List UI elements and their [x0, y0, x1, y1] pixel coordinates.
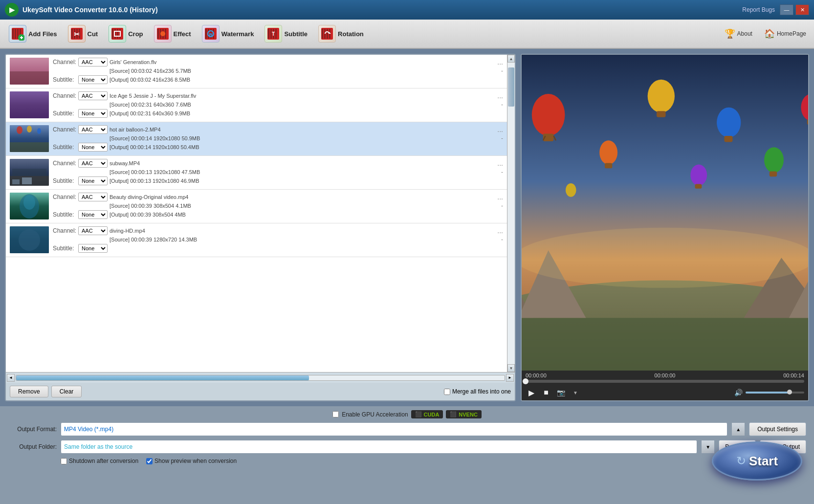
svg-rect-46: [10, 58, 49, 71]
report-bugs-link[interactable]: Report Bugs: [742, 6, 775, 13]
shutdown-option: Shutdown after conversion: [61, 458, 138, 464]
about-btn[interactable]: 🏆 About: [721, 26, 756, 41]
gpu-checkbox[interactable]: [332, 411, 339, 417]
vertical-scrollbar[interactable]: ▲ ▼: [507, 55, 515, 372]
about-icon: 🏆: [725, 28, 735, 39]
channel-select[interactable]: AAC: [78, 193, 108, 201]
output-settings-btn[interactable]: Output Settings: [749, 422, 806, 436]
rotation-label: Rotation: [338, 30, 364, 38]
file-more-btn[interactable]: ...: [497, 193, 503, 201]
source-info-row: [Source] 00:00:39 308x504 4.1MB -: [53, 202, 503, 209]
shutdown-checkbox[interactable]: [61, 458, 67, 464]
preview-video-frame: [522, 55, 808, 371]
file-name: hot air balloon-2.MP4: [110, 127, 161, 132]
clear-btn[interactable]: Clear: [51, 386, 82, 397]
volume-slider[interactable]: [746, 392, 804, 394]
subtitle-row: Subtitle: None [Output] 00:03:02 416x236…: [53, 75, 503, 84]
subtitle-row: Subtitle: None [Output] 00:00:39 308x504…: [53, 210, 503, 219]
file-more-btn[interactable]: ...: [497, 159, 503, 167]
scroll-down-btn[interactable]: ▼: [507, 364, 515, 372]
svg-rect-89: [695, 184, 702, 189]
play-btn[interactable]: ▶: [526, 387, 537, 398]
file-panel: Channel: AAC Girls' Generation.flv ... […: [5, 54, 516, 401]
homepage-btn[interactable]: 🏠 HomePage: [760, 26, 810, 41]
scroll-up-btn[interactable]: ▲: [507, 55, 515, 63]
subtitle-btn[interactable]: T Subtitle: [260, 22, 312, 46]
file-item[interactable]: Channel: AAC Girls' Generation.flv ... […: [6, 55, 507, 88]
output-info: [Output] 00:02:31 640x360 9.9MB: [110, 110, 190, 116]
file-more-btn[interactable]: ...: [497, 227, 503, 235]
subtitle-select[interactable]: None: [78, 75, 108, 84]
file-item[interactable]: Channel: AAC hot air balloon-2.MP4 ... […: [6, 122, 507, 156]
file-info: Channel: AAC diving-HD.mp4 ... [Source] …: [53, 226, 503, 254]
channel-label: Channel:: [53, 92, 76, 99]
file-name: Ice Age 5 Jessie J - My Superstar.flv: [110, 93, 196, 99]
subtitle-row: Subtitle: None: [53, 244, 503, 253]
app-title: UkeySoft Video Converter 10.6.0 (History…: [22, 6, 742, 14]
camera-btn[interactable]: 📷: [555, 387, 567, 398]
file-item[interactable]: Channel: AAC Ice Age 5 Jessie J - My Sup…: [6, 88, 507, 122]
channel-label: Channel:: [53, 59, 76, 66]
hscroll-left-btn[interactable]: ◄: [7, 374, 15, 382]
preview-panel: 00:00:00 00:00:00 00:00:14 ▶ ■ 📷 ▼ 🔊: [521, 54, 809, 401]
cuda-badge: ⬛ CUDA: [411, 410, 443, 418]
timeline-track[interactable]: [526, 380, 804, 383]
close-btn[interactable]: ✕: [795, 4, 809, 15]
folder-dropdown-btn[interactable]: ▼: [701, 440, 715, 454]
preview-checkbox[interactable]: [146, 458, 153, 464]
svg-rect-85: [605, 163, 612, 168]
svg-point-62: [23, 195, 35, 210]
remove-btn[interactable]: Remove: [10, 386, 48, 397]
crop-btn[interactable]: Crop: [104, 22, 148, 46]
file-item[interactable]: Channel: AAC subway.MP4 ... [Source] 00:…: [6, 156, 507, 190]
subtitle-select[interactable]: None: [78, 244, 108, 253]
channel-select[interactable]: AAC: [78, 91, 108, 100]
stop-btn[interactable]: ■: [540, 387, 552, 398]
start-btn[interactable]: ↻ Start: [712, 441, 802, 481]
subtitle-label: Subtitle:: [53, 211, 76, 218]
hscroll-thumb: [16, 375, 309, 380]
svg-rect-40: [322, 29, 323, 39]
source-dash: -: [501, 236, 503, 243]
subtitle-select[interactable]: None: [78, 109, 108, 118]
subtitle-select[interactable]: None: [78, 176, 108, 185]
channel-select[interactable]: AAC: [78, 125, 108, 134]
camera-arrow-btn[interactable]: ▼: [570, 387, 581, 398]
channel-row: Channel: AAC hot air balloon-2.MP4 ...: [53, 125, 503, 134]
file-item[interactable]: Channel: AAC diving-HD.mp4 ... [Source] …: [6, 223, 507, 257]
rotation-btn[interactable]: Rotation: [313, 22, 369, 46]
start-icon: ↻: [736, 454, 746, 468]
homepage-label: HomePage: [777, 30, 806, 37]
svg-rect-9: [71, 29, 73, 39]
effect-btn[interactable]: Effect: [149, 22, 196, 46]
folder-input[interactable]: [61, 440, 697, 454]
channel-select[interactable]: AAC: [78, 159, 108, 168]
volume-handle[interactable]: [787, 390, 792, 394]
file-more-btn[interactable]: ...: [497, 126, 503, 133]
subtitle-select[interactable]: None: [78, 210, 108, 219]
scroll-thumb[interactable]: [508, 67, 514, 107]
file-list: Channel: AAC Girls' Generation.flv ... […: [6, 55, 507, 372]
svg-rect-17: [117, 29, 118, 39]
format-input[interactable]: [61, 422, 727, 436]
subtitle-select[interactable]: None: [78, 143, 108, 152]
source-info: [Source] 00:02:31 640x360 7.6MB: [110, 102, 191, 108]
file-info: Channel: AAC Beauty diving-Original vide…: [53, 193, 503, 220]
format-dropdown-btn[interactable]: ▲: [731, 422, 745, 436]
file-item[interactable]: Channel: AAC Beauty diving-Original vide…: [6, 190, 507, 223]
hscroll-right-btn[interactable]: ►: [506, 374, 514, 382]
merge-checkbox[interactable]: [444, 389, 450, 395]
minimize-btn[interactable]: —: [780, 4, 793, 15]
watermark-btn[interactable]: W Watermark: [197, 22, 259, 46]
subtitle-label: Subtitle: [284, 30, 308, 38]
channel-select[interactable]: AAC: [78, 226, 108, 235]
file-more-btn[interactable]: ...: [497, 58, 503, 66]
channel-select[interactable]: AAC: [78, 58, 108, 66]
file-more-btn[interactable]: ...: [497, 92, 503, 100]
add-files-btn[interactable]: Add Files: [4, 22, 62, 46]
hscroll-track[interactable]: [16, 375, 505, 381]
scroll-track[interactable]: [507, 63, 515, 364]
cut-btn[interactable]: ✂ Cut: [63, 22, 103, 46]
timeline-handle[interactable]: [523, 378, 528, 384]
source-info: [Source] 00:00:13 1920x1080 47.5MB: [110, 169, 200, 175]
